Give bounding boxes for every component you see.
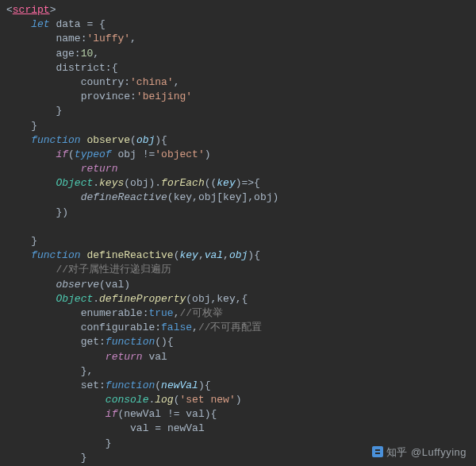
zhihu-icon (372, 446, 383, 457)
watermark-text: 知乎 @Luffyying (386, 446, 466, 458)
comment-recurse: //对子属性进行递归遍历 (56, 264, 171, 275)
keyword-function: function (31, 134, 80, 146)
keyword-let: let (31, 18, 49, 30)
var-data: data (56, 18, 80, 30)
fn-definereactive: defineReactive (86, 249, 173, 261)
fn-observe: observe (86, 134, 130, 146)
open-tag: script (13, 4, 50, 16)
watermark: 知乎 @Luffyying (372, 445, 466, 460)
code-editor[interactable]: <script> let data = { name:'luffy', age:… (6, 3, 476, 466)
